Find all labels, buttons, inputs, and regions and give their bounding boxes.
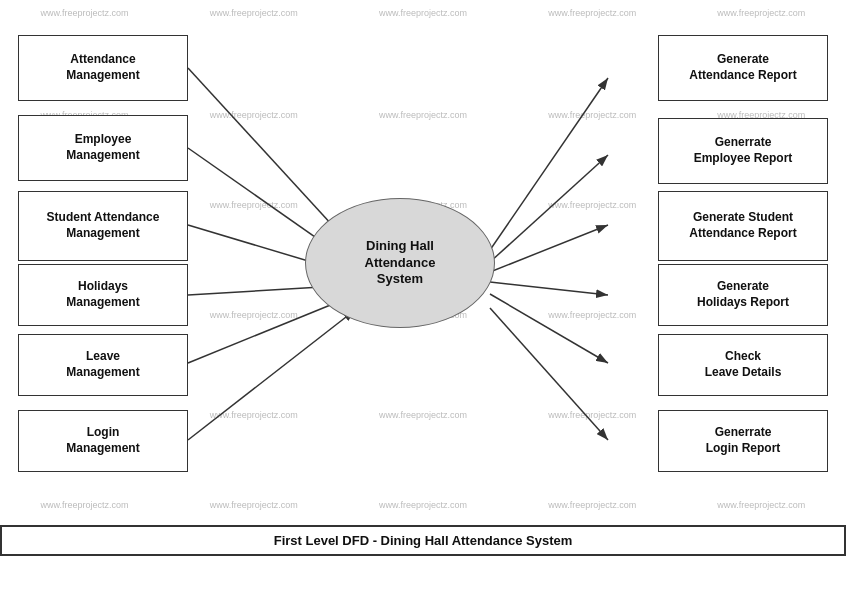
svg-line-9	[490, 225, 608, 272]
right-box-generate-employee-report: GenerrateEmployee Report	[658, 118, 828, 184]
right-box-generate-holidays-report: GenerateHolidays Report	[658, 264, 828, 326]
right-box-generate-login-report: GenerrateLogin Report	[658, 410, 828, 472]
svg-line-7	[490, 78, 608, 250]
left-box-holidays-management: HolidaysManagement	[18, 264, 188, 326]
left-box-student-attendance-management: Student AttendanceManagement	[18, 191, 188, 261]
svg-line-8	[490, 155, 608, 262]
right-box-check-leave-details: CheckLeave Details	[658, 334, 828, 396]
left-box-login-management: LoginManagement	[18, 410, 188, 472]
right-box-generate-attendance-report: GenerateAttendance Report	[658, 35, 828, 101]
diagram-container: www.freeprojectz.com www.freeprojectz.co…	[0, 0, 846, 560]
svg-line-10	[490, 282, 608, 295]
center-circle: Dining HallAttendanceSystem	[305, 198, 495, 328]
left-box-attendance-management: AttendanceManagement	[18, 35, 188, 101]
left-box-leave-management: LeaveManagement	[18, 334, 188, 396]
bottom-bar: First Level DFD - Dining Hall Attendance…	[0, 525, 846, 556]
right-box-generate-student-attendance-report: Generate StudentAttendance Report	[658, 191, 828, 261]
diagram-title: First Level DFD - Dining Hall Attendance…	[0, 525, 846, 556]
left-box-employee-management: EmployeeManagement	[18, 115, 188, 181]
